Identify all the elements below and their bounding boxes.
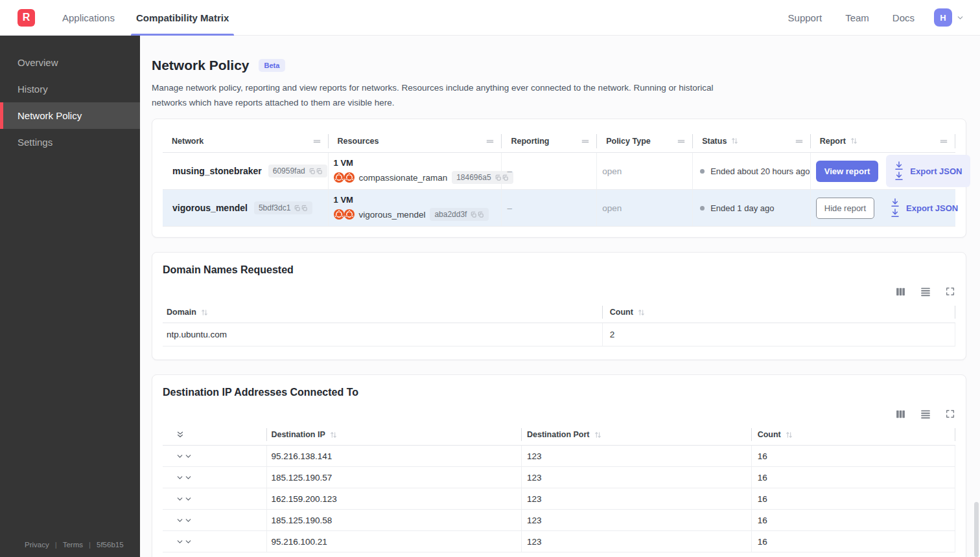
sidebar-item-network-policy[interactable]: Network Policy <box>0 102 140 129</box>
column-header-destination-port[interactable]: Destination Port <box>522 428 752 441</box>
destination-table-row[interactable]: 95.216.138.141 123 16 <box>163 446 955 467</box>
expand-all-icon[interactable] <box>176 430 185 439</box>
column-header-reporting[interactable]: Reporting <box>502 134 597 148</box>
network-table-row[interactable]: musing_stonebraker 60959fad 1 VM compass… <box>163 153 955 190</box>
sidebar-footer: Privacy | Terms | 5f56b15 <box>0 541 140 557</box>
chevron-down-icon[interactable] <box>176 495 192 503</box>
column-drag-handle-icon[interactable] <box>312 137 321 146</box>
column-header-domain[interactable]: Domain <box>163 306 603 319</box>
fullscreen-icon[interactable] <box>945 409 955 419</box>
sort-icon[interactable] <box>329 431 338 439</box>
copy-icon[interactable] <box>294 205 308 212</box>
destination-table-row[interactable]: 185.125.190.58 123 16 <box>163 510 955 531</box>
count-cell: 16 <box>752 531 955 552</box>
sort-icon[interactable] <box>785 431 793 439</box>
export-json-button[interactable]: Export JSON <box>882 192 966 224</box>
expander-cell[interactable] <box>163 510 267 530</box>
destination-port-cell: 123 <box>522 510 752 530</box>
resource-name: vigorous_mendel <box>359 210 426 220</box>
destination-table-row[interactable]: 95.216.100.21 123 16 <box>163 531 955 552</box>
nav-link-docs[interactable]: Docs <box>892 12 915 23</box>
report-button[interactable]: View report <box>816 161 879 182</box>
expander-cell[interactable] <box>163 467 267 488</box>
sort-icon[interactable] <box>637 308 646 317</box>
column-label: Reporting <box>511 137 549 146</box>
nav-tab-applications[interactable]: Applications <box>57 0 120 36</box>
sidebar-item-history[interactable]: History <box>0 76 140 102</box>
ubuntu-icon <box>334 209 355 220</box>
expand-all-header[interactable] <box>163 428 267 441</box>
scrollbar-thumb[interactable] <box>974 502 979 557</box>
sort-icon[interactable] <box>200 308 209 317</box>
destination-table-row[interactable]: 162.159.200.123 123 16 <box>163 488 955 510</box>
columns-icon[interactable] <box>895 286 906 297</box>
column-drag-handle-icon[interactable] <box>795 137 804 146</box>
nav-tab-compatibility-matrix[interactable]: Compatibility Matrix <box>131 0 234 36</box>
table-tools <box>163 408 955 420</box>
resource-hash: aba2dd3f <box>434 210 467 219</box>
chevron-down-icon[interactable] <box>176 473 192 482</box>
count-cell: 2 <box>603 323 955 346</box>
user-menu-chevron-icon[interactable] <box>956 14 964 22</box>
fullscreen-icon[interactable] <box>945 286 955 297</box>
count-cell: 16 <box>752 488 955 509</box>
destination-ip-cell: 185.125.190.58 <box>267 510 522 530</box>
column-label: Count <box>610 308 633 317</box>
network-hash-badge[interactable]: 60959fad <box>268 165 327 177</box>
column-header-destination-ip[interactable]: Destination IP <box>267 428 522 441</box>
rows-icon[interactable] <box>920 286 931 297</box>
network-table-body: musing_stonebraker 60959fad 1 VM compass… <box>163 153 955 227</box>
copy-icon[interactable] <box>309 168 323 175</box>
copy-icon[interactable] <box>470 211 484 218</box>
expander-cell[interactable] <box>163 446 267 466</box>
column-header-count[interactable]: Count <box>752 428 955 441</box>
status-dot <box>700 206 705 210</box>
rows-icon[interactable] <box>920 408 931 420</box>
destination-table-row[interactable]: 185.125.190.57 123 16 <box>163 467 955 488</box>
column-drag-handle-icon[interactable] <box>677 137 686 146</box>
export-json-button[interactable]: Export JSON <box>886 155 970 187</box>
nav-link-support[interactable]: Support <box>788 12 822 23</box>
column-label: Destination Port <box>527 430 590 439</box>
domain-table-row[interactable]: ntp.ubuntu.com 2 <box>163 323 955 347</box>
nav-link-team[interactable]: Team <box>845 12 869 23</box>
column-header-report[interactable]: Report <box>811 134 955 148</box>
column-label: Resources <box>338 137 379 146</box>
column-label: Policy Type <box>606 137 651 146</box>
expander-cell[interactable] <box>163 531 267 552</box>
column-header-policy-type[interactable]: Policy Type <box>597 134 693 148</box>
terms-link[interactable]: Terms <box>63 541 83 549</box>
expander-cell[interactable] <box>163 488 267 509</box>
privacy-link[interactable]: Privacy <box>25 541 49 549</box>
column-drag-handle-icon[interactable] <box>939 137 948 146</box>
network-table-row[interactable]: vigorous_mendel 5bdf3dc1 1 VM vigorous_m… <box>163 190 955 227</box>
sort-icon[interactable] <box>730 137 739 145</box>
network-hash-badge[interactable]: 5bdf3dc1 <box>254 201 312 214</box>
card-title: Destination IP Addresses Connected To <box>163 387 955 398</box>
column-label: Status <box>702 137 727 146</box>
column-drag-handle-icon[interactable] <box>485 137 495 146</box>
columns-icon[interactable] <box>895 409 906 420</box>
column-header-resources[interactable]: Resources <box>329 134 502 148</box>
chevron-down-icon[interactable] <box>176 538 192 546</box>
sort-icon[interactable] <box>850 137 858 145</box>
destination-port-cell: 123 <box>522 488 752 509</box>
report-button[interactable]: Hide report <box>816 198 874 219</box>
navbar-right: Support Team Docs H <box>765 8 964 27</box>
sidebar-item-settings[interactable]: Settings <box>0 129 140 155</box>
resource-hash-badge[interactable]: aba2dd3f <box>430 208 489 221</box>
column-header-status[interactable]: Status <box>693 134 811 148</box>
sidebar-item-overview[interactable]: Overview <box>0 49 140 76</box>
column-header-network[interactable]: Network <box>163 134 329 148</box>
count-cell: 16 <box>752 446 955 466</box>
avatar[interactable]: H <box>934 8 952 27</box>
ubuntu-icon <box>334 172 355 183</box>
sort-icon[interactable] <box>594 431 602 439</box>
column-drag-handle-icon[interactable] <box>581 137 590 146</box>
chevron-down-icon[interactable] <box>176 516 192 525</box>
chevron-down-icon[interactable] <box>176 452 192 460</box>
policy-type-cell: open <box>597 190 693 226</box>
column-header-count[interactable]: Count <box>603 306 955 319</box>
network-hash: 60959fad <box>273 166 305 176</box>
app-logo[interactable]: R <box>18 9 35 27</box>
